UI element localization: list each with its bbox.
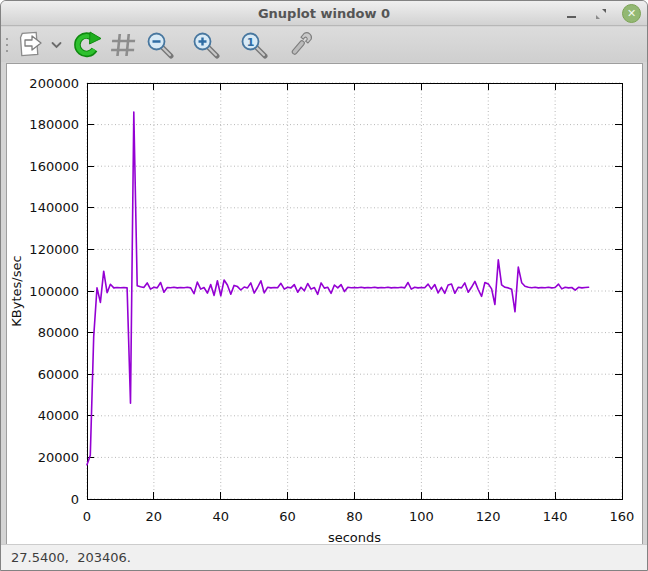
toggle-grid-button[interactable] (105, 30, 141, 60)
y-axis-label: KBytes/sec (9, 255, 24, 326)
y-tick-label: 200000 (29, 76, 79, 91)
y-tick-label: 100000 (29, 284, 79, 299)
statusbar: 27.5400, 203406. (1, 544, 647, 570)
x-tick-label: 60 (279, 509, 296, 524)
zoom-out-icon (145, 31, 175, 59)
x-tick-label: 120 (476, 509, 501, 524)
minimize-icon (567, 16, 576, 18)
x-tick-label: 80 (346, 509, 363, 524)
zoom-reset-icon: 1 (239, 31, 269, 59)
options-button[interactable] (281, 30, 319, 60)
export-button[interactable] (11, 30, 49, 60)
toolbar-drag-handle[interactable] (3, 34, 11, 56)
x-tick-label: 40 (212, 509, 229, 524)
grid-icon (109, 32, 137, 58)
close-icon: ✕ (627, 8, 636, 19)
wrench-icon (285, 31, 315, 59)
zoom-previous-button[interactable] (141, 30, 179, 60)
plot-svg[interactable]: 0204060801001201401600200004000060000800… (7, 64, 644, 546)
svg-text:1: 1 (247, 35, 255, 48)
export-document-icon (15, 31, 45, 58)
y-tick-label: 140000 (29, 200, 79, 215)
toolbar: 1 (1, 27, 647, 62)
gnuplot-window: Gnuplot window 0 ✕ (0, 0, 648, 571)
export-options-button[interactable] (49, 30, 64, 60)
chevron-down-icon (51, 41, 62, 49)
plot-canvas[interactable]: 0204060801001201401600200004000060000800… (6, 63, 643, 545)
y-tick-label: 80000 (38, 325, 79, 340)
maximize-icon (595, 8, 607, 20)
y-tick-label: 0 (71, 492, 79, 507)
unzoom-all-button[interactable]: 1 (235, 30, 273, 60)
y-tick-label: 120000 (29, 242, 79, 257)
y-tick-label: 60000 (38, 367, 79, 382)
x-tick-label: 160 (610, 509, 635, 524)
y-tick-label: 40000 (38, 408, 79, 423)
zoom-in-icon (191, 31, 221, 59)
zoom-next-button[interactable] (187, 30, 225, 60)
window-title: Gnuplot window 0 (258, 6, 390, 21)
y-tick-label: 160000 (29, 159, 79, 174)
minimize-button[interactable] (562, 5, 580, 23)
x-tick-label: 100 (409, 509, 434, 524)
window-controls: ✕ (562, 1, 641, 26)
mouse-coordinates: 27.5400, 203406. (1, 550, 131, 565)
x-tick-label: 20 (146, 509, 163, 524)
refresh-icon (72, 31, 101, 59)
data-series-line (87, 112, 589, 465)
x-axis-label: seconds (328, 530, 381, 545)
titlebar[interactable]: Gnuplot window 0 ✕ (1, 1, 647, 26)
close-button[interactable]: ✕ (622, 4, 641, 23)
maximize-button[interactable] (592, 5, 610, 23)
x-tick-label: 140 (543, 509, 568, 524)
replot-button[interactable] (68, 30, 105, 60)
y-tick-label: 20000 (38, 450, 79, 465)
x-tick-label: 0 (83, 509, 91, 524)
y-tick-label: 180000 (29, 117, 79, 132)
